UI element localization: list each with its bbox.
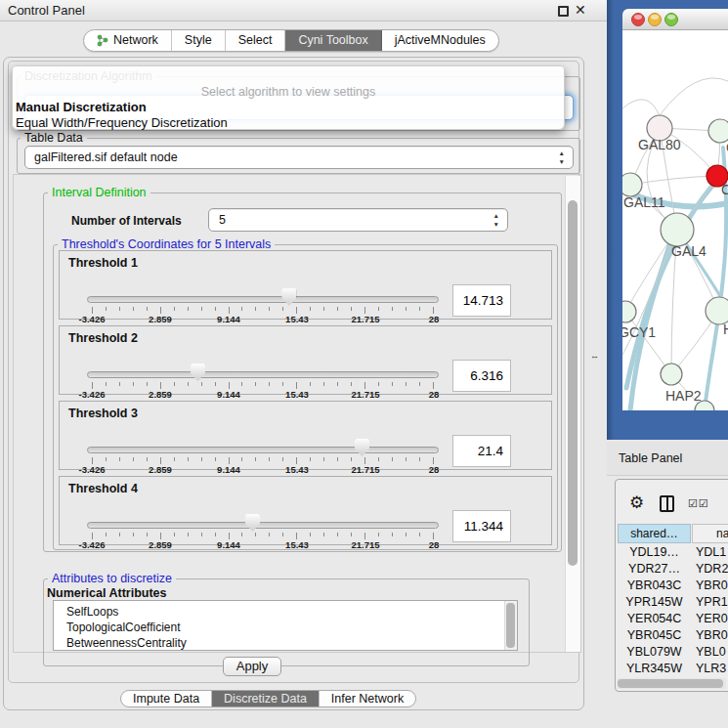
node-label-gal80: GAL80 <box>638 137 681 152</box>
float-window-icon[interactable] <box>558 6 569 17</box>
number-of-intervals-label: Number of Intervals <box>71 214 182 228</box>
gear-icon[interactable]: ⚙ <box>629 492 644 513</box>
bottom-tab-bar: Impute Data Discretize Data Infer Networ… <box>120 690 416 707</box>
number-of-intervals-spinner[interactable]: 5 ▲▼ <box>208 208 508 232</box>
axis-tick-labels: -3.4262.8599.14415.4321.71528 <box>92 464 434 474</box>
network-icon <box>97 34 108 47</box>
table-data-combo-value: galFiltered.sif default node <box>34 150 178 164</box>
table-data-combobox[interactable]: galFiltered.sif default node ▲▼ <box>24 146 574 169</box>
combo-stepper-icon[interactable]: ▲▼ <box>559 149 565 166</box>
threshold-4-slider-thumb[interactable] <box>245 514 260 532</box>
panel-title: Control Panel <box>8 3 85 18</box>
node-hap2[interactable] <box>661 364 682 385</box>
control-panel-titlebar: Control Panel ✕ <box>0 0 607 21</box>
thresholds-title: Threshold's Coordinates for 5 Intervals <box>58 237 275 251</box>
tab-discretize-data[interactable]: Discretize Data <box>212 691 320 707</box>
popup-item-equal-width[interactable]: Equal Width/Frequency Discretization <box>16 115 228 130</box>
axis-tick-labels: -3.4262.8599.14415.4321.71528 <box>92 314 434 323</box>
node-h[interactable] <box>706 297 728 324</box>
tab-impute-data[interactable]: Impute Data <box>121 691 212 707</box>
threshold-2-value-field[interactable]: 6.316 <box>452 360 511 392</box>
split-column-icon[interactable] <box>660 495 674 512</box>
close-icon[interactable]: ✕ <box>575 2 586 18</box>
network-canvas[interactable]: GAL80 GAL11 GAL4 GCY1 HAP2 G C H <box>622 30 728 410</box>
list-scrollbar-thumb[interactable] <box>506 603 515 648</box>
popup-item-manual-discretization[interactable]: Manual Discretization <box>16 100 147 114</box>
threshold-3-panel: Threshold 3 -3.4262.8599.14415.4321.7152… <box>59 401 552 470</box>
node-top-right[interactable] <box>708 119 728 143</box>
node-label-partial-h: H <box>723 321 728 337</box>
tab-label: Network <box>113 30 158 51</box>
interval-definition-title: Interval Definition <box>48 186 150 199</box>
tab-jactivemnodules[interactable]: jActiveMNodules <box>382 30 498 51</box>
threshold-2-panel: Threshold 2 -3.4262.8599.14415.4321.7152… <box>59 325 552 395</box>
node-label-gal4: GAL4 <box>671 243 707 259</box>
tab-cyni-toolbox[interactable]: Cyni Toolbox <box>285 30 381 51</box>
node-gal4[interactable] <box>661 213 694 246</box>
node-label-gcy1: GCY1 <box>622 324 656 340</box>
threshold-4-panel: Threshold 4 -3.4262.8599.14415.4321.7152… <box>59 476 552 545</box>
tab-style[interactable]: Style <box>172 30 226 51</box>
algorithm-dropdown-popup: Select algorithm to view settings Manual… <box>12 65 565 130</box>
threshold-2-slider-thumb[interactable] <box>191 364 205 381</box>
mouse-cursor: ↔ <box>590 351 599 361</box>
axis-tick-labels: -3.4262.8599.14415.4321.71528 <box>92 539 434 549</box>
threshold-3-slider-thumb[interactable] <box>355 439 369 456</box>
popup-hint: Select algorithm to view settings <box>13 85 564 99</box>
threshold-1-slider-thumb[interactable] <box>281 288 296 306</box>
threshold-4-value-field[interactable]: 11.344 <box>452 510 511 542</box>
table-data-title: Table Data <box>21 131 87 145</box>
table-panel-title: Table Panel <box>619 451 682 465</box>
node-gal11[interactable] <box>622 173 642 196</box>
table-panel-titlebar: Table Panel <box>607 442 728 476</box>
threshold-3-value-field[interactable]: 21.4 <box>452 435 511 467</box>
threshold-1-value-field[interactable]: 14.713 <box>452 284 511 317</box>
top-tab-bar: Network Style Select Cyni Toolbox jActiv… <box>83 29 499 52</box>
apply-button[interactable]: Apply <box>223 657 281 676</box>
attributes-title: Attributes to discretize <box>48 572 176 585</box>
network-window-titlebar[interactable] <box>622 9 728 30</box>
vertical-scrollbar-thumb[interactable] <box>568 200 578 566</box>
numerical-attributes-list[interactable]: SelfLoops TopologicalCoefficient Between… <box>53 600 518 651</box>
column-header-shared[interactable]: shared… <box>618 524 691 543</box>
spinner-stepper-icon[interactable]: ▲▼ <box>493 211 499 229</box>
horizontal-scrollbar-thumb[interactable] <box>618 679 723 688</box>
axis-tick-labels: -3.4262.8599.14415.4321.71528 <box>92 389 434 399</box>
node-gcy1[interactable] <box>622 301 636 322</box>
tab-network[interactable]: Network <box>84 30 172 51</box>
node-label-hap2: HAP2 <box>665 388 702 404</box>
list-item[interactable]: SelfLoops <box>54 601 517 620</box>
screen: Control Panel ✕ Network Style Select Cyn… <box>0 0 728 728</box>
node-label-gal11: GAL11 <box>623 194 665 210</box>
list-item[interactable]: TopologicalCoefficient <box>54 620 517 635</box>
numerical-attributes-label: Numerical Attributes <box>47 586 166 600</box>
checkbox-icons[interactable]: ☑☑ <box>688 497 709 510</box>
node-label-partial-c: C <box>721 182 728 197</box>
list-item[interactable]: BetweennessCentrality <box>54 635 517 651</box>
column-header-name[interactable]: name <box>692 524 728 543</box>
threshold-1-panel: Threshold 1 -3.4262.8599.14415.4321.7152… <box>59 250 552 320</box>
tab-select[interactable]: Select <box>226 30 286 51</box>
tab-infer-network[interactable]: Infer Network <box>320 691 415 707</box>
